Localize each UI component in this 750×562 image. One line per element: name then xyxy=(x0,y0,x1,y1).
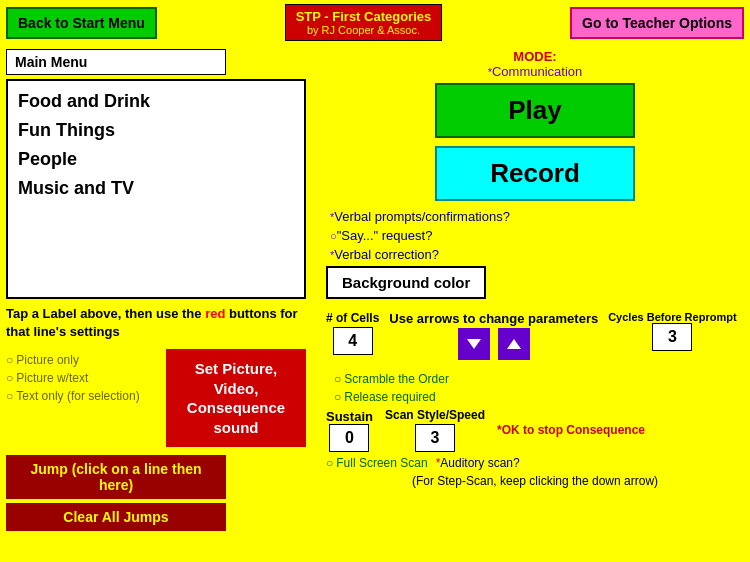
scan-value: 3 xyxy=(415,424,455,452)
num-cells-label: # of Cells xyxy=(326,311,379,325)
radio-text-only[interactable]: Text only (for selection) xyxy=(6,389,140,403)
radio-picture-only[interactable]: Picture only xyxy=(6,353,140,367)
app-title: STP - First Categories by RJ Cooper & As… xyxy=(285,4,443,41)
params-row: # of Cells 4 Use arrows to change parame… xyxy=(326,311,744,404)
back-button[interactable]: Back to Start Menu xyxy=(6,7,157,39)
svg-marker-0 xyxy=(467,339,481,349)
main-layout: Main Menu Food and Drink Fun Things Peop… xyxy=(0,45,750,535)
use-arrows-label: Use arrows to change parameters xyxy=(389,311,598,326)
cycles-group: Cycles Before Reprompt 3 xyxy=(608,311,736,351)
sustain-group: Sustain 0 xyxy=(326,409,373,452)
category-music-tv[interactable]: Music and TV xyxy=(18,174,294,203)
sustain-label: Sustain xyxy=(326,409,373,424)
auditory-label: *Auditory scan? xyxy=(436,456,520,470)
scan-label: Scan Style/Speed xyxy=(385,408,485,422)
svg-marker-1 xyxy=(507,339,521,349)
scan-options-row: Full Screen Scan *Auditory scan? xyxy=(326,456,744,470)
record-button[interactable]: Record xyxy=(435,146,635,201)
bg-color-section: Background color xyxy=(326,266,744,305)
sustain-scan-row: Sustain 0 Scan Style/Speed 3 *OK to stop… xyxy=(326,408,744,452)
arrow-up-button[interactable] xyxy=(498,328,530,360)
category-food-drink[interactable]: Food and Drink xyxy=(18,87,294,116)
num-cells-value: 4 xyxy=(333,327,373,355)
main-menu-label: Main Menu xyxy=(6,49,226,75)
clear-jumps-button[interactable]: Clear All Jumps xyxy=(6,503,226,531)
full-screen-radio[interactable]: Full Screen Scan xyxy=(326,456,428,470)
mode-label: MODE: xyxy=(513,49,556,64)
teacher-options-button[interactable]: Go to Teacher Options xyxy=(570,7,744,39)
left-panel: Main Menu Food and Drink Fun Things Peop… xyxy=(6,49,316,531)
bg-color-button[interactable]: Background color xyxy=(326,266,486,299)
radio-options: Picture only Picture w/text Text only (f… xyxy=(6,353,140,407)
scan-group: Scan Style/Speed 3 xyxy=(385,408,485,452)
right-options: Scramble the Order Release required xyxy=(334,372,449,404)
arrow-buttons xyxy=(456,326,532,362)
say-request-setting[interactable]: ○"Say..." request? xyxy=(326,228,744,243)
jump-section: Jump (click on a line then here) Clear A… xyxy=(6,447,316,531)
arrows-group: Use arrows to change parameters xyxy=(389,311,598,362)
play-button[interactable]: Play xyxy=(435,83,635,138)
cycles-label: Cycles Before Reprompt xyxy=(608,311,736,323)
radio-picture-text[interactable]: Picture w/text xyxy=(6,371,140,385)
top-bar: Back to Start Menu STP - First Categorie… xyxy=(0,0,750,45)
title-line1: STP - First Categories xyxy=(296,9,432,24)
category-list: Food and Drink Fun Things People Music a… xyxy=(6,79,306,299)
verbal-correction-setting[interactable]: *Verbal correction? xyxy=(326,247,744,262)
sustain-value: 0 xyxy=(329,424,369,452)
arrow-down-button[interactable] xyxy=(458,328,490,360)
verbal-prompts-setting[interactable]: *Verbal prompts/confirmations? xyxy=(326,209,744,224)
release-radio[interactable]: Release required xyxy=(334,390,449,404)
tap-instruction: Tap a Label above, then use the red butt… xyxy=(6,305,316,341)
scramble-radio[interactable]: Scramble the Order xyxy=(334,372,449,386)
category-people[interactable]: People xyxy=(18,145,294,174)
step-scan-note: (For Step-Scan, keep clicking the down a… xyxy=(326,474,744,488)
cycles-value: 3 xyxy=(652,323,692,351)
jump-button[interactable]: Jump (click on a line then here) xyxy=(6,455,226,499)
mode-value: Communication xyxy=(492,64,582,79)
num-cells-group: # of Cells 4 xyxy=(326,311,379,355)
right-panel: MODE: *Communication Play Record *Verbal… xyxy=(316,49,744,531)
ok-stop-group: *OK to stop Consequence xyxy=(497,423,645,437)
mode-section: MODE: *Communication xyxy=(326,49,744,79)
title-line2: by RJ Cooper & Assoc. xyxy=(296,24,432,36)
set-picture-button[interactable]: Set Picture, Video, Consequence sound xyxy=(166,349,306,447)
category-fun-things[interactable]: Fun Things xyxy=(18,116,294,145)
ok-stop-label: *OK to stop Consequence xyxy=(497,423,645,437)
